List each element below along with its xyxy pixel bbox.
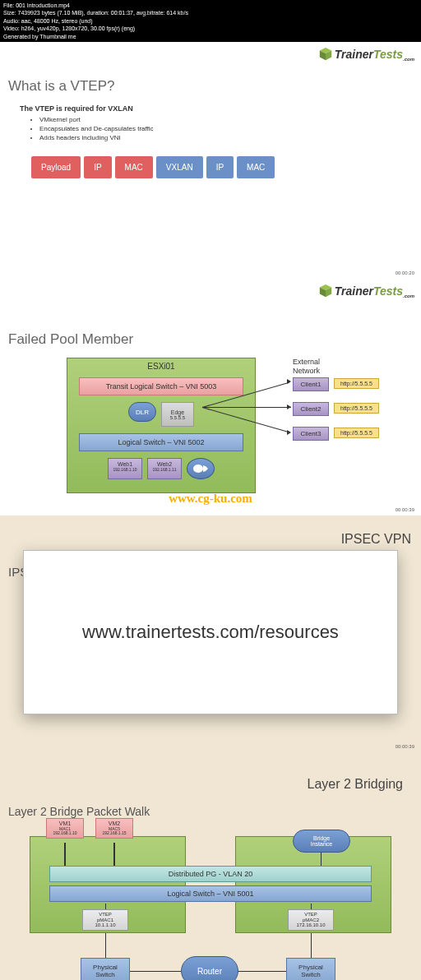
bullet: Encapsulates and De-capsulates traffic xyxy=(39,125,421,132)
slide-l2-bridge: Layer 2 Bridging Layer 2 Bridge Packet W… xyxy=(0,752,421,980)
distributed-pg: Distributed PG - VLAN 20 xyxy=(49,866,372,882)
watermark: www.cg-ku.com xyxy=(169,492,252,506)
web1: Web1 192.168.1.10 xyxy=(108,458,142,479)
packet-payload: Payload xyxy=(31,156,81,178)
connector xyxy=(321,853,322,866)
logo-text: TrainerTests.com xyxy=(335,284,414,298)
vtep-b: VTEP pMAC2 172.16.10.10 xyxy=(288,909,334,931)
overlay-text: www.trainertests.com/resources xyxy=(82,622,339,643)
slide-title: Failed Pool Member xyxy=(8,331,421,348)
meta-file: File: 001 Introduction.mp4 xyxy=(3,2,418,9)
slide-title: What is a VTEP? xyxy=(8,78,421,95)
connector xyxy=(105,933,106,958)
trainertests-logo: TrainerTests.com xyxy=(318,47,414,62)
esxi-label: ESXi01 xyxy=(67,362,255,371)
web2: Web2 192.168.1.11 xyxy=(147,458,182,479)
web3-failed xyxy=(187,458,215,479)
logical-switch: Logical Switch – VNI 5002 xyxy=(79,433,243,451)
packet-mac2: MAC xyxy=(237,156,275,178)
packet-ip2: IP xyxy=(206,156,234,178)
bullet: Adds headers including VNI xyxy=(39,134,421,141)
meta-generated: Generated by Thumbnail me xyxy=(3,33,418,40)
http-label: http://5.5.5.5 xyxy=(334,428,379,438)
slide-failed-pool: TrainerTests.com Failed Pool Member ESXi… xyxy=(0,279,421,515)
connector xyxy=(237,971,286,972)
arrow-icon xyxy=(287,404,291,409)
http-label: http://5.5.5.5 xyxy=(334,403,379,414)
bullet-list: VMkernel port Encapsulates and De-capsul… xyxy=(39,116,421,141)
client3: Client3 xyxy=(293,427,329,441)
meta-size: Size: 7439923 bytes (7.10 MiB), duration… xyxy=(3,9,418,16)
timestamp: 00:00:20 xyxy=(396,270,414,275)
client2: Client2 xyxy=(293,402,329,416)
external-network-label: External Network xyxy=(293,358,320,376)
slide-subtitle: The VTEP is required for VXLAN xyxy=(20,104,421,113)
vm2: VM2 MAC5 192.168.1.15 xyxy=(95,818,133,839)
meta-video: Video: h264, yuv420p, 1280x720, 30.00 fp… xyxy=(3,25,418,32)
logical-switch: Logical Switch – VNI 5001 xyxy=(49,885,372,902)
slide-ipsec: IPSEC VPN IPSE www.trainertests.com/reso… xyxy=(0,515,421,752)
packet-vxlan: VXLAN xyxy=(156,156,203,178)
logo-cube-icon xyxy=(318,284,333,298)
connector xyxy=(113,843,115,866)
arrow-icon xyxy=(287,379,291,384)
diagram: ESXi01 Transit Logical Switch – VNI 5003… xyxy=(38,358,383,506)
svg-point-6 xyxy=(193,465,203,473)
router-node: Router xyxy=(181,956,238,980)
diagram: VM1 MAC1 192.168.1.10 VM2 MAC5 192.168.1… xyxy=(13,823,408,980)
timestamp: 00:00:39 xyxy=(396,744,414,749)
esxi-host: ESXi01 Transit Logical Switch – VNI 5003… xyxy=(67,358,256,493)
physical-switch-a: Physical Switch xyxy=(81,958,130,980)
vm1: VM1 MAC1 192.168.1.10 xyxy=(46,818,84,839)
meta-audio: Audio: aac, 48000 Hz, stereo (und) xyxy=(3,17,418,25)
web-row: Web1 192.168.1.10 Web2 192.168.1.11 xyxy=(67,458,255,479)
packet-row: Payload IP MAC VXLAN IP MAC xyxy=(31,156,421,178)
bridge-instance: Bridge Instance xyxy=(293,830,350,853)
packet-ip: IP xyxy=(84,156,111,178)
physical-switch-b: Physical Switch xyxy=(286,958,335,980)
slide-right-title: IPSEC VPN xyxy=(341,532,411,547)
overlay-card: www.trainertests.com/resources xyxy=(23,550,398,714)
slide-right-title: Layer 2 Bridging xyxy=(307,777,403,792)
edge-node: Edge 5.5.5.5 xyxy=(161,402,194,427)
slide-vtep: TrainerTests.com What is a VTEP? The VTE… xyxy=(0,42,421,279)
transit-switch: Transit Logical Switch – VNI 5003 xyxy=(79,377,243,395)
arrow-icon xyxy=(287,430,291,435)
dlr-node: DLR xyxy=(128,402,156,422)
connector xyxy=(64,843,66,866)
connector xyxy=(130,971,181,972)
trainertests-logo: TrainerTests.com xyxy=(318,284,414,298)
logo-text: TrainerTests.com xyxy=(335,48,414,62)
vtep-a: VTEP pMAC1 10.1.1.10 xyxy=(82,909,128,931)
slide-title: Layer 2 Bridge Packet Walk xyxy=(8,805,421,818)
timestamp: 00:00:39 xyxy=(396,507,414,512)
connector xyxy=(311,933,312,958)
http-label: http://5.5.5.5 xyxy=(334,378,379,389)
connector xyxy=(202,407,291,408)
packet-mac: MAC xyxy=(115,156,153,178)
video-metadata: File: 001 Introduction.mp4 Size: 7439923… xyxy=(0,0,421,42)
client1: Client1 xyxy=(293,377,329,391)
bullet: VMkernel port xyxy=(39,116,421,123)
logo-cube-icon xyxy=(318,47,333,62)
